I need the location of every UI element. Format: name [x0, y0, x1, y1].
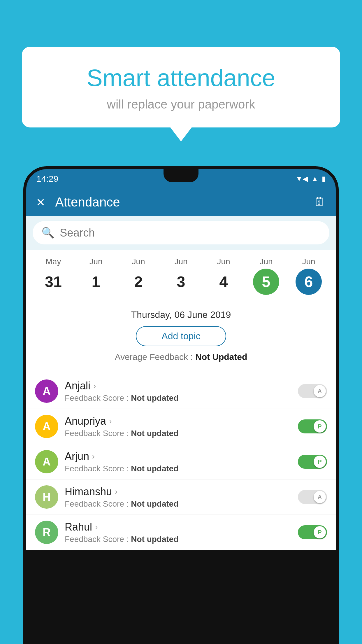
date-item[interactable]: Jun 1 [83, 257, 109, 295]
student-info: Anjali › Feedback Score : Not updated [65, 380, 291, 403]
avg-feedback-value: Not Updated [195, 352, 247, 362]
signal-icon: ▲ [311, 175, 318, 183]
selected-date-label: Thursday, 06 June 2019 [35, 309, 327, 320]
app-title: Attendance [55, 195, 313, 209]
avg-feedback-label: Average Feedback : [115, 352, 195, 362]
date-day: 5 [253, 269, 279, 295]
chevron-icon: › [92, 452, 95, 461]
date-day: 4 [210, 269, 237, 295]
attendance-toggle[interactable]: P [298, 525, 327, 539]
date-month: Jun [302, 257, 315, 266]
student-item[interactable]: H Himanshu › Feedback Score : Not update… [26, 480, 336, 515]
speech-bubble: Smart attendance will replace your paper… [22, 47, 340, 127]
app-bar: × Attendance 🗓 [26, 188, 336, 216]
notch [164, 169, 198, 182]
date-item[interactable]: Jun 5 [253, 257, 279, 295]
status-bar: 14:29 ▼◀ ▲ ▮ [26, 169, 336, 188]
student-info: Anupriya › Feedback Score : Not updated [65, 415, 291, 438]
feedback-score: Feedback Score : Not updated [65, 464, 291, 473]
status-icons: ▼◀ ▲ ▮ [296, 175, 326, 183]
date-month: Jun [259, 257, 273, 266]
student-name: Anjali › [65, 380, 291, 392]
student-name: Anupriya › [65, 415, 291, 427]
date-day: 1 [83, 269, 109, 295]
phone-frame: 14:29 ▼◀ ▲ ▮ × Attendance 🗓 🔍 May 31 Jun [23, 166, 339, 644]
attendance-toggle[interactable]: A [298, 490, 327, 504]
date-item[interactable]: Jun 3 [168, 257, 194, 295]
add-topic-button[interactable]: Add topic [136, 326, 226, 346]
student-item[interactable]: A Anupriya › Feedback Score : Not update… [26, 409, 336, 444]
attendance-toggle[interactable]: A [298, 384, 327, 398]
wifi-icon: ▼◀ [296, 175, 308, 183]
speech-bubble-subtitle: will replace your paperwork [36, 97, 326, 111]
search-icon: 🔍 [41, 227, 55, 239]
student-info: Arjun › Feedback Score : Not updated [65, 450, 291, 473]
feedback-score: Feedback Score : Not updated [65, 535, 291, 544]
search-input[interactable] [60, 227, 321, 239]
date-month: Jun [217, 257, 230, 266]
feedback-score: Feedback Score : Not updated [65, 429, 291, 438]
student-item[interactable]: R Rahul › Feedback Score : Not updated P [26, 515, 336, 550]
chevron-icon: › [115, 487, 117, 496]
speech-bubble-title: Smart attendance [36, 64, 326, 92]
feedback-score: Feedback Score : Not updated [65, 393, 291, 403]
date-selector: May 31 Jun 1 Jun 2 Jun 3 Jun 4 Jun 5 Jun… [26, 250, 336, 299]
student-item[interactable]: A Arjun › Feedback Score : Not updated P [26, 444, 336, 480]
student-item[interactable]: A Anjali › Feedback Score : Not updated … [26, 374, 336, 409]
phone-inner: 14:29 ▼◀ ▲ ▮ × Attendance 🗓 🔍 May 31 Jun [26, 169, 336, 644]
calendar-icon[interactable]: 🗓 [313, 195, 326, 209]
student-avatar: A [35, 379, 58, 403]
student-avatar: R [35, 521, 58, 544]
student-name: Rahul › [65, 521, 291, 533]
battery-icon: ▮ [322, 175, 326, 183]
search-container: 🔍 [26, 216, 336, 250]
date-item[interactable]: Jun 4 [210, 257, 237, 295]
student-avatar: A [35, 450, 58, 473]
date-month: Jun [89, 257, 102, 266]
avg-feedback: Average Feedback : Not Updated [35, 352, 327, 362]
attendance-toggle[interactable]: P [298, 455, 327, 469]
chevron-icon: › [95, 522, 98, 532]
student-avatar: A [35, 415, 58, 438]
status-time: 14:29 [36, 174, 58, 184]
close-button[interactable]: × [36, 194, 45, 211]
student-info: Rahul › Feedback Score : Not updated [65, 521, 291, 544]
student-avatar: H [35, 485, 58, 509]
content-area: Thursday, 06 June 2019 Add topic Average… [26, 299, 336, 374]
chevron-icon: › [93, 381, 96, 391]
search-bar: 🔍 [33, 221, 329, 244]
date-day: 31 [40, 269, 66, 295]
student-list: A Anjali › Feedback Score : Not updated … [26, 374, 336, 550]
date-item[interactable]: Jun 2 [125, 257, 152, 295]
student-name: Himanshu › [65, 486, 291, 498]
date-day: 6 [296, 269, 322, 295]
date-item[interactable]: Jun 6 [296, 257, 322, 295]
date-month: Jun [132, 257, 145, 266]
student-info: Himanshu › Feedback Score : Not updated [65, 486, 291, 509]
date-month: May [46, 257, 61, 266]
attendance-toggle[interactable]: P [298, 419, 327, 433]
date-day: 3 [168, 269, 194, 295]
date-month: Jun [174, 257, 187, 266]
feedback-score: Feedback Score : Not updated [65, 499, 291, 509]
date-day: 2 [125, 269, 152, 295]
date-item[interactable]: May 31 [40, 257, 66, 295]
student-name: Arjun › [65, 450, 291, 463]
chevron-icon: › [109, 416, 112, 426]
